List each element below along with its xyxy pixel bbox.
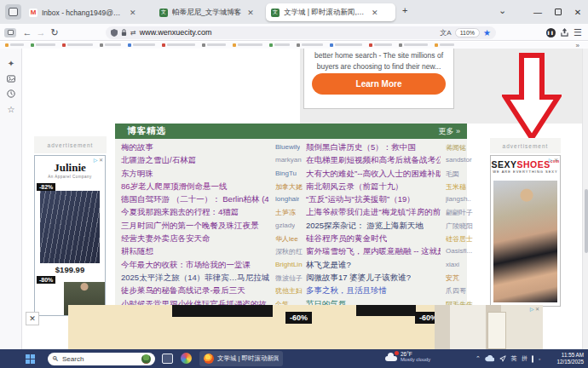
blog-title-link[interactable]: 耕耘随想	[121, 246, 153, 257]
url-text[interactable]: www.wenxuecity.com	[140, 28, 437, 37]
images-icon[interactable]	[6, 73, 16, 83]
blog-title-link[interactable]: 颠倒黑白讲历史（5）：救中国	[306, 142, 416, 153]
firefox-view-icon[interactable]	[5, 4, 21, 20]
back-icon[interactable]: ←	[20, 24, 34, 41]
tab-close-icon[interactable]: ✕	[130, 9, 136, 17]
tab-blog[interactable]: 文 帕蒂尼尼_文学城博客 ✕	[154, 3, 263, 21]
bookmark-item[interactable]	[435, 43, 454, 47]
forward-icon[interactable]: →	[34, 24, 48, 41]
blog-title-link[interactable]: 林飞龙是谁?	[306, 260, 351, 271]
blog-title-link[interactable]: 今夏我那跑来跑去的行程：4猫篇	[121, 207, 239, 218]
status-dot-icon[interactable]: ◦	[539, 356, 540, 362]
blog-author-link[interactable]: markyan	[275, 156, 302, 164]
blog-author-link[interactable]: 广陵晓阳	[446, 221, 473, 231]
history-clock-icon[interactable]	[6, 89, 16, 99]
bookmark-star-icon[interactable]: ★	[483, 28, 491, 37]
blog-title-link[interactable]: 阅微故事17 婆婆儿子该救谁?	[306, 273, 411, 284]
blog-author-link[interactable]: 安芃	[446, 273, 459, 283]
suit-fabric-image[interactable]	[40, 191, 100, 263]
ai-chat-icon[interactable]: ✦	[6, 58, 16, 68]
taskbar-search-box[interactable]: 🔍︎ Search	[48, 353, 155, 365]
tab-close-icon[interactable]: ✕	[372, 9, 378, 17]
blog-author-link[interactable]: 翩翩叶子	[446, 208, 473, 217]
reload-icon[interactable]: ↻	[48, 24, 61, 41]
bottom-banner-ad[interactable]: -60% -60% ▷ ✕	[68, 305, 543, 349]
bookmark-item[interactable]	[202, 43, 226, 47]
blog-title-link[interactable]: 大有大的难处”--高收入人士的困难补助	[306, 169, 441, 180]
bookmark-item[interactable]	[399, 43, 428, 47]
blog-title-link[interactable]: 南北朝风云录（前篇十九）	[306, 181, 403, 193]
blog-author-link[interactable]: 爪四哥	[446, 286, 466, 296]
blog-author-link[interactable]: 加拿大姥	[275, 182, 303, 192]
tab-wenxuecity-active[interactable]: 文 文学城 | 即时滚动新闻, 本地新闻 ✕	[266, 3, 395, 21]
permissions-icon[interactable]: ⇄	[130, 29, 136, 37]
display-icon[interactable]	[532, 356, 533, 362]
bookmarks-star-icon[interactable]: ☆	[6, 104, 16, 114]
blog-title-link[interactable]: 上海爷叔带我们走进“梅龙镇”洋房的前	[306, 207, 441, 218]
blog-title-link[interactable]: 经营夫妻外卖店各安天命	[121, 233, 210, 244]
menu-icon[interactable]: ☰	[571, 24, 585, 41]
bookmark-item[interactable]	[162, 43, 195, 47]
minimize-button[interactable]: —	[528, 0, 547, 24]
right-skyscraper-ad[interactable]: ▷ ✕ SEXYSHOEScom WE ARE EVERYTHING SEXY	[490, 155, 561, 307]
blog-author-link[interactable]: 深秋的红	[275, 247, 303, 256]
ad-model-photo[interactable]	[493, 181, 557, 302]
tab-close-icon[interactable]: ✕	[247, 9, 254, 17]
blog-author-link[interactable]: 犹他主妇	[275, 286, 303, 296]
blog-title-link[interactable]: 2025探亲杂记： 游览上海新天地	[306, 221, 424, 232]
blog-author-link[interactable]: BrightLin	[275, 261, 303, 268]
blog-author-link[interactable]: Bluewily	[275, 143, 300, 151]
blog-author-link[interactable]: longhair	[275, 195, 299, 203]
bookmark-item[interactable]	[128, 43, 155, 47]
blog-title-link[interactable]: 2025太平洋之旅（14）菲律宾…马尼拉城	[121, 273, 269, 284]
blog-title-link[interactable]: 三月时回广州的第一个晚餐及珠江夜景	[121, 221, 259, 232]
blog-author-link[interactable]: 毛囡	[446, 170, 459, 179]
lock-icon[interactable]	[121, 29, 127, 36]
bookmark-item[interactable]	[369, 43, 392, 47]
ime-mode-indicator[interactable]: 拼	[522, 354, 527, 363]
blog-title-link[interactable]: 东方明珠	[121, 169, 153, 180]
blog-author-link[interactable]: 微波仙子	[275, 273, 303, 283]
onedrive-cloud-icon[interactable]	[485, 355, 494, 363]
blog-author-link[interactable]: Oasisfl...	[446, 247, 472, 255]
blog-author-link[interactable]: jiangsh..	[446, 195, 471, 203]
tray-expand-icon[interactable]: ⌃	[476, 355, 481, 362]
banner-close-button[interactable]: ✕	[26, 312, 39, 325]
bookmark-item[interactable]	[5, 43, 24, 47]
blog-author-link[interactable]: 玉米穗	[446, 182, 466, 192]
page-scrollbar[interactable]	[582, 49, 588, 349]
blog-title-link[interactable]: 徒步菜鸟的秘鲁高线记录-最后三天	[121, 285, 245, 296]
copilot-icon[interactable]	[181, 353, 192, 364]
recording-indicator-icon[interactable]: ❚❚	[544, 24, 557, 41]
share-icon[interactable]	[557, 24, 571, 41]
learn-more-button[interactable]: Learn More	[312, 73, 446, 95]
task-view-icon[interactable]	[162, 354, 173, 364]
bookmark-item[interactable]	[100, 43, 121, 47]
bookmark-item[interactable]	[330, 43, 362, 47]
blog-title-link[interactable]: 在电梯里刷短视频和高考后就备战考公的,	[306, 155, 441, 166]
bookmark-item[interactable]	[62, 43, 93, 47]
blog-title-link[interactable]: 今年最大的收获：市场给我的一堂课	[121, 260, 251, 271]
close-window-button[interactable]: ✕	[568, 0, 587, 24]
bookmark-item[interactable]	[297, 43, 323, 47]
bookmark-item[interactable]	[31, 43, 55, 47]
more-link[interactable]: 更多 »	[438, 126, 460, 137]
blog-author-link[interactable]: sandstor	[446, 156, 472, 164]
location-icon[interactable]	[499, 355, 506, 363]
tab-gmail[interactable]: M Inbox - hchang1949@gmail.com ✕	[24, 3, 152, 21]
list-all-tabs-icon[interactable]: ⌄	[499, 5, 506, 16]
url-bar[interactable]: ⇄ www.wenxuecity.com 文A 110% ★	[106, 26, 496, 39]
blog-author-link[interactable]: BingTu	[275, 170, 297, 177]
maximize-button[interactable]	[549, 0, 568, 24]
blog-title-link[interactable]: 硅谷程序员的黄金时代	[306, 233, 387, 244]
top-banner-ad[interactable]: better home search - The site millions o…	[303, 49, 454, 109]
shield-icon[interactable]	[111, 29, 118, 37]
blog-author-link[interactable]: 硅谷居士	[446, 234, 473, 244]
blog-title-link[interactable]: 窗外瑞雪纷飞，屋内暖意融融 -- 这就是我	[306, 246, 441, 257]
blog-title-link[interactable]: “五反”运动与“抗美援朝”（19）	[306, 194, 415, 205]
taskbar-weather-widget[interactable]: 26°F Mostly cloudy	[385, 351, 430, 362]
sidebar-toggle-icon[interactable]	[3, 24, 17, 41]
new-tab-button[interactable]: +	[402, 5, 407, 15]
left-skyscraper-ad[interactable]: ▷ ✕ Julinie An Apparel Company -82% $199…	[34, 155, 106, 316]
taskbar-clock[interactable]: 11:55 AM 12/15/2025	[556, 352, 584, 365]
